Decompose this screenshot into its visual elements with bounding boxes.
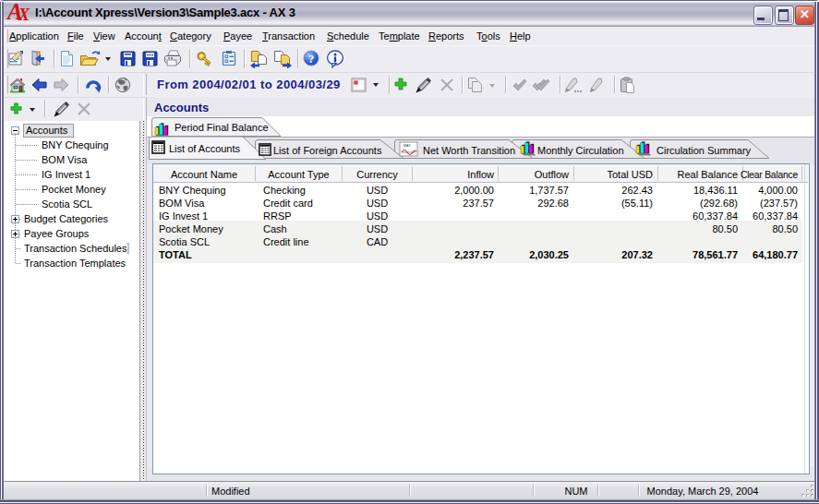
- svg-text:MAX: MAX: [403, 144, 411, 148]
- svg-text:?: ?: [308, 53, 314, 66]
